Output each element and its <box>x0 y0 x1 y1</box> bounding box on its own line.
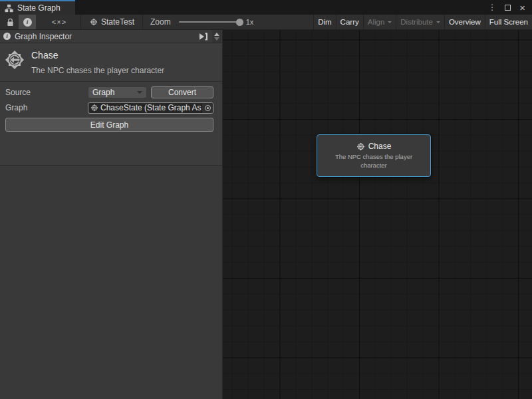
distribute-button[interactable]: Distribute <box>396 15 444 29</box>
source-dropdown[interactable]: Graph <box>88 86 147 98</box>
full-screen-button[interactable]: Full Screen <box>485 15 532 29</box>
zoom-slider[interactable] <box>179 21 239 23</box>
window-menu-icon[interactable]: ⋮ <box>488 3 496 11</box>
toolbar-right-group: Dim Carry Align Distribute Overview Full… <box>313 15 532 29</box>
code-view-button[interactable]: <×> <box>50 15 68 29</box>
chevron-down-icon <box>388 21 392 25</box>
state-description: The NPC chases the player character <box>31 66 164 75</box>
distribute-button-label: Distribute <box>400 18 433 26</box>
code-brackets-icon: <×> <box>52 18 66 26</box>
node-description: The NPC chases the player character <box>323 153 424 170</box>
state-graph-icon <box>356 142 365 151</box>
window-maximize-icon[interactable] <box>505 5 511 11</box>
edit-graph-button-label: Edit Graph <box>90 120 128 130</box>
state-graph-icon <box>90 18 98 26</box>
chevron-down-icon <box>137 91 142 96</box>
node-title: Chase <box>368 142 392 151</box>
tab-bar: State Graph ⋮ × <box>0 0 532 15</box>
scroll-up-icon[interactable] <box>214 33 219 36</box>
graph-object-value: ChaseState (State Graph Asset) <box>100 103 201 112</box>
graph-toolbar: i <×> StateTest Zoom 1x Dim Carry Align <box>0 15 532 30</box>
source-label: Source <box>5 88 88 97</box>
state-graph-window: State Graph ⋮ × i <×> StateTest Zoom <box>0 0 532 399</box>
object-picker-icon <box>205 105 211 111</box>
align-button-label: Align <box>368 18 385 26</box>
chevron-down-icon <box>436 21 440 25</box>
scroll-down-icon[interactable] <box>214 37 219 41</box>
toolbar-separator <box>142 15 143 29</box>
inspector-toggle-button[interactable]: i <box>19 15 36 29</box>
overview-button-label: Overview <box>449 18 481 26</box>
window-controls: ⋮ × <box>488 0 532 15</box>
node-title-row: Chase <box>356 142 392 151</box>
lock-icon <box>7 18 14 27</box>
zoom-label: Zoom <box>150 17 171 27</box>
info-icon: i <box>23 18 32 27</box>
inspector-title: Graph Inspector <box>15 32 72 41</box>
lock-button[interactable] <box>1 15 19 29</box>
state-node-chase[interactable]: Chase The NPC chases the player characte… <box>317 134 431 177</box>
state-graph-icon <box>4 49 25 70</box>
edit-graph-button[interactable]: Edit Graph <box>5 118 213 132</box>
graph-label: Graph <box>5 103 88 112</box>
dim-button-label: Dim <box>318 18 331 26</box>
convert-button[interactable]: Convert <box>151 86 213 98</box>
inspector-properties: Source Graph Convert Graph <box>0 82 222 114</box>
window-close-icon[interactable]: × <box>519 3 525 13</box>
full-screen-button-label: Full Screen <box>489 18 528 26</box>
tab-state-graph[interactable]: State Graph <box>0 0 75 15</box>
dock-panel-button[interactable] <box>196 33 211 41</box>
source-dropdown-value: Graph <box>92 88 114 97</box>
scroll-spinner <box>212 30 221 43</box>
state-title: Chase <box>31 50 164 61</box>
carry-button-label: Carry <box>340 18 359 26</box>
carry-button[interactable]: Carry <box>336 15 363 29</box>
tab-label: State Graph <box>17 3 61 13</box>
graph-row: Graph ChaseState (State Graph Asset) <box>5 102 213 114</box>
graph-hierarchy-icon <box>5 4 13 13</box>
overview-button[interactable]: Overview <box>444 15 485 29</box>
state-graph-icon <box>90 104 98 112</box>
info-icon: i <box>3 33 11 40</box>
graph-inspector-panel: i Graph Inspector Chase The NPC c <box>0 30 223 399</box>
zoom-value: 1x <box>246 18 254 26</box>
source-row: Source Graph Convert <box>5 86 213 98</box>
breadcrumb[interactable]: StateTest <box>81 15 142 29</box>
graph-canvas[interactable]: Chase The NPC chases the player characte… <box>223 30 532 399</box>
align-button[interactable]: Align <box>363 15 396 29</box>
convert-button-label: Convert <box>168 88 196 97</box>
main-split: i Graph Inspector Chase The NPC c <box>0 30 532 399</box>
inspector-empty-section <box>0 165 222 399</box>
graph-object-field[interactable]: ChaseState (State Graph Asset) <box>88 102 213 114</box>
object-picker-button[interactable] <box>201 103 213 113</box>
zoom-slider-handle[interactable] <box>236 19 243 26</box>
breadcrumb-label: StateTest <box>101 17 134 27</box>
state-summary-text: Chase The NPC chases the player characte… <box>31 48 164 75</box>
state-summary: Chase The NPC chases the player characte… <box>0 43 222 82</box>
dim-button[interactable]: Dim <box>313 15 335 29</box>
dock-arrow-icon <box>199 33 208 41</box>
inspector-header: i Graph Inspector <box>0 30 222 43</box>
